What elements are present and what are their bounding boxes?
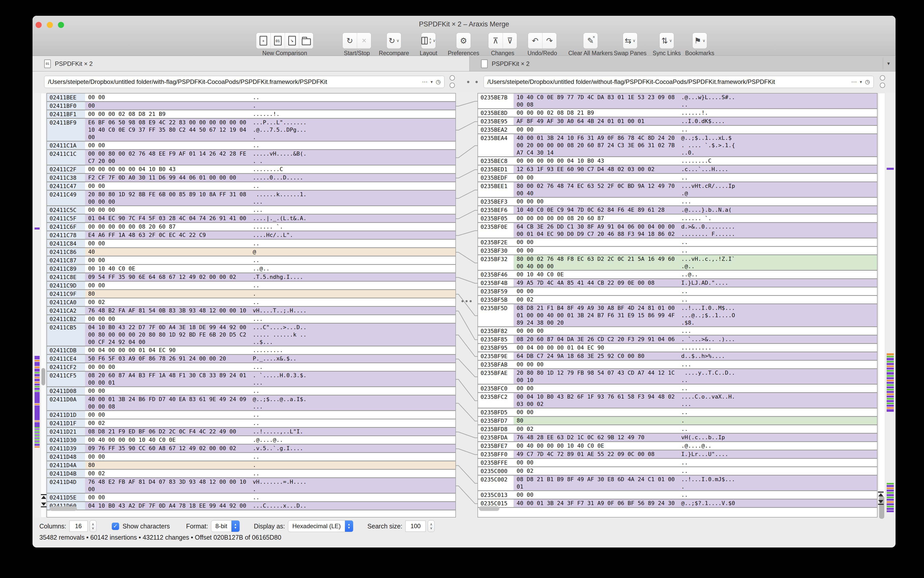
hex-row[interactable]: 0235BE7B10 40 C0 0E 89 77 7D 4C DA 83 01… <box>478 94 877 109</box>
hex-row[interactable]: 0235BF8508 20 60 87 04 DA 3E 26 CD C2 20… <box>478 336 877 344</box>
left-pane-radio-top[interactable] <box>450 75 455 81</box>
hex-row[interactable]: 02411CB200 00 00... <box>47 315 455 323</box>
display-as-select[interactable]: Hexadecimal (LE) ▲▼ <box>288 520 353 532</box>
hex-row[interactable]: 0235BEA440 00 01 3B 24 10 F6 31 A9 0F 86… <box>478 134 877 157</box>
columns-input[interactable]: 16 <box>70 521 87 532</box>
hex-row[interactable]: 02411D4B00 02.. <box>47 470 455 478</box>
hex-row[interactable]: 02411D4A80. <box>47 461 455 470</box>
hex-row[interactable]: 02411C4920 80 80 1D 92 8B FE 6B 00 85 89… <box>47 191 455 206</box>
hex-row[interactable]: 0235BEF300 00 00... <box>478 198 877 206</box>
tab-right-document[interactable]: PSPDFKit × 2 <box>481 56 529 71</box>
preferences-button[interactable]: ⚙ <box>456 33 471 49</box>
hex-row[interactable]: 0235C00000 02.. <box>478 467 877 476</box>
hex-row[interactable]: 0235BEE180 00 02 76 48 74 EC 63 52 2F 0C… <box>478 182 877 198</box>
history-clock-icon[interactable]: ◷ <box>865 78 870 85</box>
hex-row[interactable]: 02411BF100 00 00 02 08 D8 21 B9......!. <box>47 110 455 119</box>
hex-row[interactable]: 0235BFD780. <box>478 417 877 425</box>
sync-anchor-top-icon[interactable] <box>40 494 47 501</box>
next-change-button[interactable]: ⊽ <box>503 33 517 49</box>
right-vertical-scrollbar[interactable] <box>878 93 885 518</box>
hex-row[interactable]: 0235BFC000 00.. <box>478 385 877 393</box>
left-pane-radio-bottom[interactable] <box>450 83 455 88</box>
hex-row[interactable]: 0235BFE700 40 00 00 00 10 40 C0 0E.@....… <box>478 442 877 450</box>
hex-row[interactable]: 02411D2108 D8 21 F9 ED BF 06 D2 2C 0C F4… <box>47 428 455 436</box>
search-size-stepper[interactable]: ∧∨ <box>428 520 435 532</box>
hex-row[interactable]: 0235BF8200 00 00... <box>478 327 877 336</box>
hex-row[interactable]: 0235BFDA76 48 28 EE 63 D2 1C 0C 62 9B 12… <box>478 434 877 442</box>
format-select[interactable]: 8-bit ▲▼ <box>211 520 240 532</box>
hex-row[interactable]: 0235BEDF00 00.. <box>478 174 877 182</box>
left-change-overview-strip[interactable] <box>34 93 40 518</box>
redo-button[interactable]: ↷ <box>542 33 557 49</box>
start-button[interactable]: ↻ <box>343 33 357 49</box>
hex-row[interactable]: 0235BF9500 04 00 00 00 01 04 EC 90......… <box>478 344 877 352</box>
hex-row[interactable]: 0235BFC200 04 10 B0 43 B2 6F 1F 93 76 61… <box>478 393 877 409</box>
hex-row[interactable]: 02411D4800 00.. <box>47 453 455 461</box>
hex-row[interactable]: 02411D5E00 00.. <box>47 494 455 502</box>
hex-row[interactable]: 0235BEF610 40 C0 0E C9 94 7D 0C 62 84 F6… <box>478 206 877 214</box>
hex-row[interactable]: 02411D3909 76 FF 35 90 CC 60 A8 67 12 49… <box>47 445 455 453</box>
stop-button[interactable]: × <box>357 33 371 49</box>
hex-row[interactable]: 02411BF000. <box>47 102 455 110</box>
hex-row[interactable]: 02411CE450 F6 5F 03 A9 0F 86 78 26 91 24… <box>47 355 455 363</box>
hex-row[interactable]: 0235BF5900 00.. <box>478 287 877 296</box>
path-dropdown-icon[interactable]: ▾ <box>430 79 433 84</box>
hex-row[interactable]: 02411C9D00 00.. <box>47 282 455 290</box>
sync-anchor-bottom-icon[interactable] <box>40 503 47 509</box>
hex-row[interactable]: 0235BF4600 10 40 C0 0E..@.. <box>478 271 877 279</box>
hex-row[interactable]: 0235BFF049 C7 7D 4C 72 89 01 AE 55 22 09… <box>478 450 877 459</box>
hex-row[interactable]: 0235BF0500 00 00 00 00 08 20 60 87......… <box>478 214 877 223</box>
hex-row[interactable]: 0235C01300 00.. <box>478 491 877 500</box>
hex-row[interactable]: 0235BFAE20 80 80 1D 12 79 FB 98 54 07 43… <box>478 369 877 385</box>
hex-row[interactable]: 0235BEA200 00.. <box>478 126 877 134</box>
hex-row[interactable]: 02411C8900 10 40 C0 0E..@.. <box>47 265 455 273</box>
undo-button[interactable]: ↶ <box>528 33 542 49</box>
hex-row[interactable]: 0235BF4B49 A5 7D 4C 4A 85 41 44 CB 22 09… <box>478 279 877 287</box>
show-characters-checkbox[interactable]: ✓ <box>112 523 119 530</box>
hex-row[interactable]: 0235C00208 D8 21 B1 B9 8F 49 AF 30 E8 6D… <box>478 476 877 491</box>
clear-all-markers-button[interactable]: ✎× <box>583 33 598 49</box>
bookmarks-button[interactable]: ⚑∨ <box>693 33 707 49</box>
hex-row[interactable]: 02411C38F2 CF 7F 0D A0 30 11 D6 99 44 06… <box>47 174 455 182</box>
hex-row[interactable]: 02411C5F01 04 EC 90 7C F4 5F 03 28 4C 04… <box>47 214 455 223</box>
left-horizontal-scrollbar-thumb[interactable] <box>50 506 77 511</box>
hex-row[interactable]: 02411C1C00 00 80 00 02 76 48 EE F9 AF 01… <box>47 150 455 166</box>
recompare-button[interactable]: ↻∨ <box>387 33 401 49</box>
previous-change-button[interactable]: ⊼ <box>489 33 503 49</box>
hex-row[interactable]: 0235BF3000 00.. <box>478 247 877 255</box>
hex-row[interactable]: 02411D6004 10 B0 43 A2 DF 7F 0D A4 78 18… <box>47 502 455 510</box>
hex-row[interactable]: 02411D0A40 00 01 3B 24 B6 FD D7 40 EA 83… <box>47 396 455 411</box>
right-scrollbar-thumb[interactable] <box>879 496 884 519</box>
hex-row[interactable]: 02411CA276 48 B2 FA AF 81 54 0B 83 3B 93… <box>47 307 455 315</box>
hex-row[interactable]: 0235C01540 00 01 3B 24 3F F7 31 A9 0F 06… <box>478 500 877 508</box>
hex-row[interactable]: 02411CDB00 04 00 00 00 01 04 EC 90......… <box>47 346 455 355</box>
right-file-path-field[interactable]: /Users/steipete/Dropbox/untitled folder/… <box>484 76 874 88</box>
sync-anchor-top-icon[interactable] <box>877 492 884 498</box>
right-change-overview-strip[interactable] <box>886 93 895 518</box>
left-scrollbar-thumb[interactable] <box>41 368 45 385</box>
hex-row[interactable]: 02411D4D76 48 E2 FB AF 81 D4 07 83 3D 93… <box>47 478 455 494</box>
hex-row[interactable]: 02411C1A00 00.. <box>47 141 455 150</box>
history-clock-icon[interactable]: ◷ <box>436 78 441 85</box>
hex-row[interactable]: 0235BFD800 02.. <box>478 425 877 434</box>
hex-row[interactable]: 0235BFD500 00.. <box>478 409 877 417</box>
left-file-path-field[interactable]: /Users/steipete/Dropbox/untitled folder/… <box>44 76 445 88</box>
columns-stepper[interactable]: ∧∨ <box>90 520 97 532</box>
hex-row[interactable]: 02411CA000 02.. <box>47 299 455 307</box>
hex-row[interactable]: 02411C8640@ <box>47 248 455 257</box>
layout-button[interactable]: ∧∨∨ <box>421 33 435 49</box>
hex-row[interactable]: 0235BF5B00 02.. <box>478 296 877 304</box>
search-size-input[interactable]: 100 <box>405 521 426 532</box>
hex-row[interactable]: 0235BFFE00 00.. <box>478 459 877 467</box>
hex-row[interactable]: 02411D1F00 02.. <box>47 419 455 428</box>
new-image-comparison-button[interactable]: ↘ <box>285 33 299 49</box>
hex-row[interactable]: 02411C8400 00.. <box>47 240 455 248</box>
hex-row[interactable]: 02411D1D00 00.. <box>47 411 455 419</box>
hex-row[interactable]: 0235BEC800 00 00 00 00 04 10 B0 43......… <box>478 157 877 166</box>
left-vertical-scrollbar[interactable] <box>40 93 46 518</box>
hex-row[interactable]: 02411C78E4 A6 FF 1A 48 63 2F 0C EC 4C 22… <box>47 231 455 240</box>
hex-row[interactable]: 02411CF508 20 60 87 A4 B3 FF 1A 48 F1 30… <box>47 372 455 387</box>
hex-row[interactable]: 02411C8700 00.. <box>47 257 455 265</box>
hex-row[interactable]: 02411D3000 40 00 00 00 10 40 C0 0E.@....… <box>47 436 455 445</box>
new-text-comparison-button[interactable]: + <box>256 33 270 49</box>
